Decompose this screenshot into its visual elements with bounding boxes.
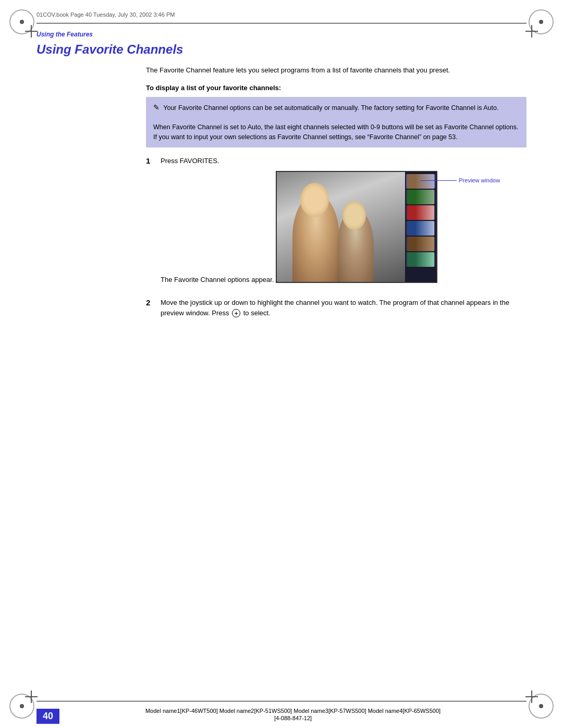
image-container: Preview window: [276, 171, 437, 283]
step-1: 1 Press FAVORITES. The Favorite Channel …: [146, 156, 527, 292]
tv-screenshot: [276, 171, 437, 283]
page-number: 40: [36, 709, 59, 724]
channel-thumb-2: [407, 190, 434, 204]
header-rule: [36, 23, 527, 23]
preview-label-text: Preview window: [459, 176, 500, 185]
step-2-suffix: to select.: [243, 309, 271, 317]
right-column: The Favorite Channel feature lets you se…: [146, 65, 527, 324]
page-title: Using Favorite Channels: [36, 42, 527, 57]
circle-button: +: [232, 309, 240, 317]
intro-text: The Favorite Channel feature lets you se…: [146, 65, 527, 76]
channel-item-6: [406, 252, 435, 267]
cross-tl: [25, 25, 38, 38]
main-image: [277, 172, 405, 282]
channel-thumb-5: [407, 237, 434, 251]
person-left: [292, 193, 339, 282]
section-label: Using the Features: [36, 31, 527, 38]
channel-thumb-4: [407, 221, 434, 236]
channel-item-2: [406, 190, 435, 204]
step-2: 2 Move the joystick up or down to highli…: [146, 298, 527, 318]
step-1-text: Press FAVORITES.: [161, 157, 219, 165]
step-2-text: Move the joystick up or down to highligh…: [161, 299, 509, 317]
footer-content: 40 Model name1[KP-46WT500] Model name2[K…: [36, 706, 527, 728]
left-column: [36, 65, 146, 324]
step-2-number: 2: [146, 298, 155, 307]
person-right: [337, 209, 374, 282]
preview-line: [420, 180, 457, 181]
main-content: The Favorite Channel feature lets you se…: [36, 65, 527, 324]
page-wrapper: 01COV.book Page 40 Tuesday, July 30, 200…: [0, 0, 563, 728]
cross-bl: [25, 690, 38, 703]
page-header: 01COV.book Page 40 Tuesday, July 30, 200…: [0, 0, 563, 23]
channel-thumb-6: [407, 252, 434, 267]
step-1-number: 1: [146, 156, 155, 165]
subsection-heading: To display a list of your favorite chann…: [146, 84, 527, 92]
bottom-padding: [0, 670, 563, 701]
page-number-box: 40: [36, 706, 59, 724]
footer-model-line2: [4-088-847-12]: [59, 715, 527, 721]
footer-text: Model name1[KP-46WT500] Model name2[KP-5…: [59, 706, 527, 722]
step-1-content: Press FAVORITES. The Favorite Channel op…: [161, 156, 527, 292]
header-meta: 01COV.book Page 40 Tuesday, July 30, 200…: [36, 9, 527, 20]
note-line2: When Favorite Channel is set to Auto, th…: [153, 124, 518, 141]
note-box: ✎ Your Favorite Channel options can be s…: [146, 97, 527, 147]
cross-tr: [525, 25, 538, 38]
preview-label-container: Preview window: [420, 176, 500, 185]
sidebar-panel: [405, 172, 436, 282]
channel-item-5: [406, 237, 435, 251]
page-footer: 40 Model name1[KP-46WT500] Model name2[K…: [36, 701, 527, 728]
footer-model-line1: Model name1[KP-46WT500] Model name2[KP-5…: [59, 708, 527, 714]
channel-thumb-3: [407, 205, 434, 220]
note-line1: Your Favorite Channel options can be set…: [163, 104, 498, 112]
step-1-subtext: The Favorite Channel options appear.: [161, 276, 274, 283]
cross-br: [525, 690, 538, 703]
content-area: Using the Features Using Favorite Channe…: [0, 23, 563, 670]
note-icon: ✎: [153, 103, 160, 112]
channel-item-3: [406, 205, 435, 220]
step-2-content: Move the joystick up or down to highligh…: [161, 298, 527, 318]
channel-item-4: [406, 221, 435, 236]
